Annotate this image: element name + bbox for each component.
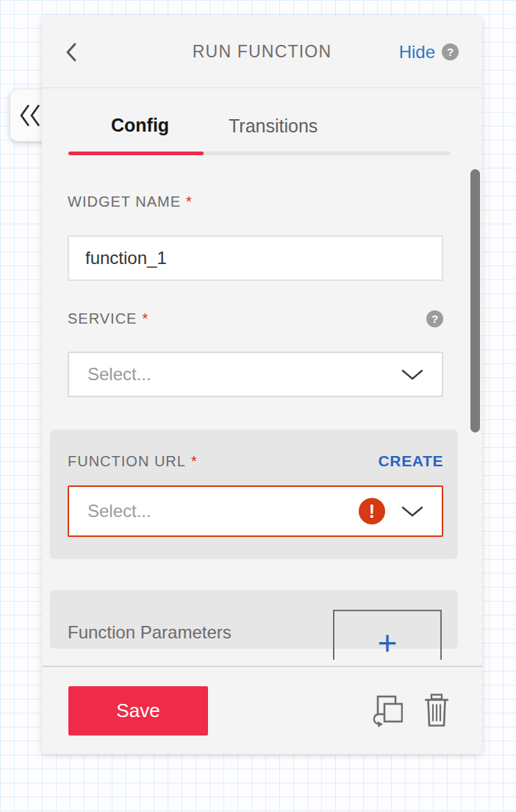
required-marker: * [191,453,198,469]
panel-scrollbar[interactable] [470,169,480,432]
help-glyph: ? [431,313,438,325]
plus-icon: + [378,624,398,660]
trash-icon [422,693,451,728]
chevron-left-icon [65,42,77,63]
delete-widget-button[interactable] [422,693,451,728]
service-select-placeholder: Select... [87,364,401,385]
function-url-select[interactable]: Select... ! [68,485,443,537]
service-select[interactable]: Select... [68,352,443,397]
function-url-head: FUNCTION URL* CREATE [68,452,443,471]
duplicate-widget-icon [369,693,403,728]
tab-config[interactable]: Config [111,115,169,136]
service-label-text: SERVICE [68,310,137,327]
add-parameter-button[interactable]: + [333,610,442,660]
widget-name-label: WIDGET NAME* [68,193,443,210]
function-url-label: FUNCTION URL* [68,453,198,470]
active-tab-indicator [68,152,204,155]
chevron-down-icon [401,368,424,381]
widget-name-label-text: WIDGET NAME [68,193,181,210]
chevron-down-icon [401,505,424,518]
run-function-config-panel: RUN FUNCTION Hide ? Config Transitions W… [42,16,482,754]
header-actions: Hide ? [399,42,459,63]
tab-bar: Config Transitions [68,115,451,155]
widget-name-input[interactable] [68,235,443,281]
hide-panel-link[interactable]: Hide [399,42,435,63]
help-icon[interactable]: ? [442,43,459,60]
flow-canvas[interactable]: RUN FUNCTION Hide ? Config Transitions W… [0,0,516,812]
service-label-row: SERVICE* ? [68,309,443,328]
validation-error-icon: ! [359,498,385,524]
function-url-select-placeholder: Select... [87,501,359,521]
tab-transitions[interactable]: Transitions [229,115,318,137]
help-glyph: ? [447,46,454,58]
required-marker: * [186,193,193,210]
error-glyph: ! [369,501,375,522]
function-url-label-text: FUNCTION URL [68,453,186,469]
save-button[interactable]: Save [68,686,208,736]
service-help-icon[interactable]: ? [426,310,443,327]
panel-header: RUN FUNCTION Hide ? [42,16,482,88]
panel-footer: Save [42,666,482,754]
footer-icon-group [369,693,451,728]
config-form: WIDGET NAME* SERVICE* ? Select... [42,155,482,660]
double-chevron-left-icon [18,102,43,129]
service-label: SERVICE* [68,310,148,327]
create-function-url-link[interactable]: CREATE [379,452,443,470]
function-parameters-section: Function Parameters + [50,590,458,649]
function-url-section: FUNCTION URL* CREATE Select... ! [50,430,458,559]
duplicate-widget-button[interactable] [369,693,403,728]
required-marker: * [142,310,148,327]
back-button[interactable] [64,40,79,64]
function-parameters-label: Function Parameters [68,622,232,643]
